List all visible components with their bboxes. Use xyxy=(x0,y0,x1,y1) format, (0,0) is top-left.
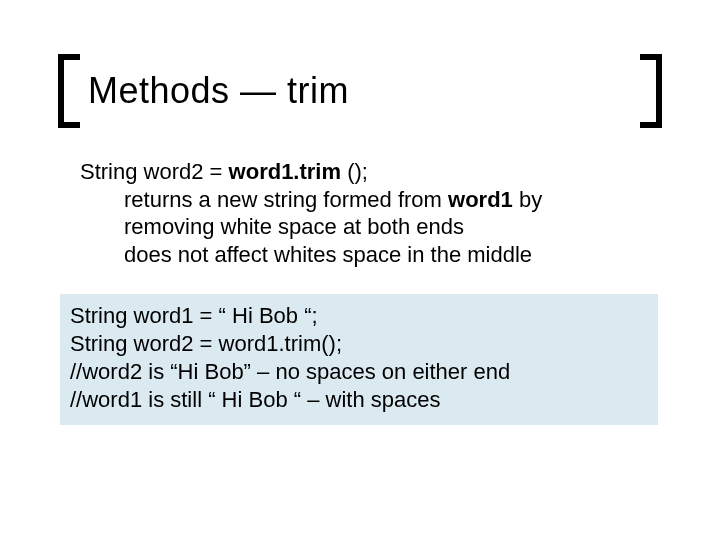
body-line-3: removing white space at both ends xyxy=(124,213,640,241)
slide: Methods — trim String word2 = word1.trim… xyxy=(0,0,720,540)
code-line-3: //word2 is “Hi Bob” – no spaces on eithe… xyxy=(70,358,648,386)
right-bracket-icon xyxy=(640,54,662,128)
code-example: String word1 = “ Hi Bob “; String word2 … xyxy=(60,294,658,425)
body-line-2-pre: returns a new string formed from xyxy=(124,187,448,212)
body-line-1-pre: String word2 = xyxy=(80,159,229,184)
slide-body: String word2 = word1.trim (); returns a … xyxy=(80,158,640,268)
body-line-1-bold: word1.trim xyxy=(229,159,341,184)
body-line-1-post: (); xyxy=(341,159,368,184)
body-line-2: returns a new string formed from word1 b… xyxy=(124,186,640,214)
slide-title: Methods — trim xyxy=(88,70,349,112)
slide-title-container: Methods — trim xyxy=(58,54,662,128)
code-line-1: String word1 = “ Hi Bob “; xyxy=(70,302,648,330)
body-line-4: does not affect whites space in the midd… xyxy=(124,241,640,269)
body-line-2-post: by xyxy=(513,187,542,212)
code-line-2: String word2 = word1.trim(); xyxy=(70,330,648,358)
body-line-1: String word2 = word1.trim (); xyxy=(80,158,640,186)
code-line-4: //word1 is still “ Hi Bob “ – with space… xyxy=(70,386,648,414)
left-bracket-icon xyxy=(58,54,80,128)
body-line-2-bold: word1 xyxy=(448,187,513,212)
